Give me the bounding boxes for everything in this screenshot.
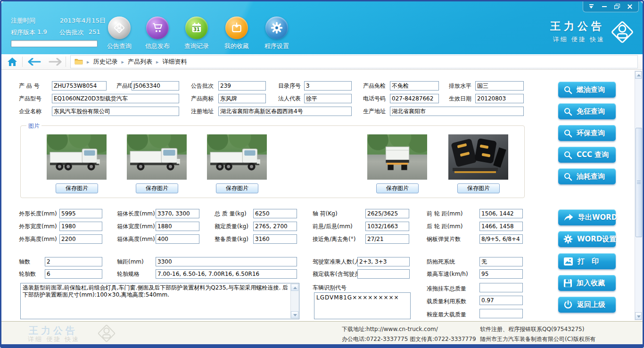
nav-settings[interactable]: 程序设置: [257, 17, 297, 50]
product-no-input[interactable]: [52, 81, 107, 91]
rated-passengers-input[interactable]: [357, 269, 410, 279]
window-menu-button[interactable]: [589, 4, 594, 9]
trailer-mass-input[interactable]: [479, 283, 523, 292]
favorites-box-icon: [225, 17, 248, 39]
spec-input[interactable]: [479, 234, 523, 244]
register-time-value: 2013年4月15日: [60, 17, 106, 25]
spec-label: 后 轮 距(mm): [427, 222, 462, 231]
spec-input[interactable]: [156, 222, 199, 231]
scroll-down-icon[interactable]: [291, 311, 298, 318]
scrollbar-down-button[interactable]: [635, 312, 642, 320]
effective-date-input[interactable]: [475, 94, 524, 103]
save-image-button[interactable]: 保存图片: [457, 183, 500, 193]
spec-input[interactable]: [156, 234, 199, 244]
save-image-button[interactable]: 保存图片: [56, 183, 98, 193]
remark-text: 选装新型前面罩,前保险杠,前组合灯具,车门窗.侧面及后下部防护装置材料为Q235…: [23, 284, 289, 318]
gear-icon: [563, 234, 573, 244]
exemption-query-button[interactable]: 免征查询: [558, 103, 616, 119]
save-image-button[interactable]: 保存图片: [376, 183, 419, 193]
product-id-input[interactable]: [132, 81, 179, 91]
exempt-input[interactable]: [390, 81, 439, 91]
vin-textarea[interactable]: LGDVM81G×××××××××: [314, 292, 411, 319]
spec-input[interactable]: [253, 234, 297, 244]
nav-label: 公告查询: [99, 42, 139, 50]
emission-input[interactable]: [475, 81, 524, 91]
nav-label: 查询记录: [177, 42, 216, 50]
footer-phone-fax: 办公电话:0722-3337775 图文传真:0722-3337779: [342, 335, 476, 343]
prod-address-input[interactable]: [390, 107, 524, 116]
spec-input[interactable]: [365, 234, 409, 244]
batch-label: 公告批次: [59, 28, 84, 37]
batch-no-input[interactable]: [218, 81, 266, 91]
scroll-up-icon[interactable]: [291, 284, 298, 291]
tire-spec-input[interactable]: [156, 269, 297, 279]
home-button[interactable]: [7, 57, 17, 68]
axle-count-label: 轴数: [19, 257, 30, 266]
remark-scrollbar[interactable]: [290, 284, 298, 318]
max-speed-input[interactable]: [479, 269, 523, 279]
remark-textarea[interactable]: 选装新型前面罩,前保险杠,前组合灯具,车门窗.侧面及后下部防护装置材料为Q235…: [20, 283, 299, 319]
print-button[interactable]: 打 印: [558, 253, 616, 269]
export-word-button[interactable]: 导出WORD: [558, 209, 616, 225]
add-favorite-button[interactable]: 加入收藏: [558, 275, 616, 291]
minimize-button[interactable]: [602, 4, 607, 9]
company-label: 企业名称: [19, 107, 41, 116]
spec-input[interactable]: [253, 222, 297, 231]
load-factor-input[interactable]: [479, 296, 523, 305]
nav-query-history[interactable]: 31 查询记录: [177, 17, 216, 50]
calendar-31-icon: 31: [185, 17, 208, 39]
back-to-parent-button[interactable]: 返回上级: [558, 297, 616, 313]
product-photo-side-3: [207, 134, 267, 180]
cab-passengers-input[interactable]: [357, 257, 410, 266]
forward-button[interactable]: [49, 58, 62, 67]
spec-input[interactable]: [365, 209, 409, 218]
fuel-query-button[interactable]: 燃油查询: [558, 82, 616, 98]
legal-rep-input[interactable]: [304, 94, 352, 103]
nav-my-favorites[interactable]: 我的收藏: [217, 17, 256, 50]
axle-count-input[interactable]: [45, 257, 102, 266]
brand-input[interactable]: [218, 94, 266, 103]
close-button[interactable]: [627, 4, 633, 9]
scrollbar-thumb[interactable]: [636, 128, 642, 237]
breadcrumb-item-history[interactable]: 历史记录: [93, 58, 118, 66]
spec-input[interactable]: [59, 209, 102, 218]
fuel-consumption-query-button[interactable]: 油耗查询: [558, 168, 616, 184]
spec-label: 外形长度(mm): [19, 209, 57, 218]
reg-address-input[interactable]: [218, 107, 352, 116]
company-input[interactable]: [52, 107, 179, 116]
spec-input[interactable]: [479, 222, 523, 231]
breadcrumb-item-product-list[interactable]: 产品列表: [128, 58, 152, 66]
logo-title: 王力公告: [550, 19, 605, 33]
scrollbar-up-button[interactable]: [635, 71, 642, 79]
product-no-label: 产 品 号: [19, 81, 40, 91]
spec-input[interactable]: [479, 209, 523, 218]
catalog-no-input[interactable]: [304, 81, 352, 91]
spec-input[interactable]: [59, 234, 102, 244]
environmental-query-button[interactable]: 环保查询: [558, 125, 616, 141]
save-image-button[interactable]: 保存图片: [136, 183, 178, 193]
spec-input[interactable]: [365, 222, 409, 231]
save-image-button[interactable]: 保存图片: [216, 183, 258, 193]
saddle-mass-input[interactable]: [479, 309, 523, 318]
breadcrumb-item-detail[interactable]: 详细资料: [163, 58, 187, 66]
spec-label: 额定质量(kg): [215, 222, 248, 231]
back-button[interactable]: [28, 58, 41, 67]
spec-input[interactable]: [156, 209, 199, 218]
version-value: 1.9: [37, 28, 47, 35]
tire-count-input[interactable]: [45, 269, 102, 279]
phone-input[interactable]: [390, 94, 439, 103]
ccc-query-button[interactable]: CCC 查询: [558, 147, 616, 163]
nav-info-publish[interactable]: 信息发布: [138, 17, 177, 50]
wheelbase-input[interactable]: [156, 257, 297, 266]
footer-download-url[interactable]: 下载地址:http://www.cn-truck.com/: [342, 325, 438, 333]
nav-announcement-query[interactable]: 公告查询: [99, 17, 139, 50]
vertical-scrollbar[interactable]: [635, 71, 642, 320]
spec-input[interactable]: [253, 209, 297, 218]
spec-input[interactable]: [59, 222, 102, 231]
model-input[interactable]: [52, 94, 179, 103]
restore-button[interactable]: [614, 4, 620, 9]
word-settings-button[interactable]: WORD设置: [558, 231, 616, 247]
footer-qq-contact: 软件注册、程序报错联系QQ(97543275): [480, 325, 584, 333]
announcement-search-icon: [108, 17, 131, 39]
abs-input[interactable]: [479, 257, 523, 266]
